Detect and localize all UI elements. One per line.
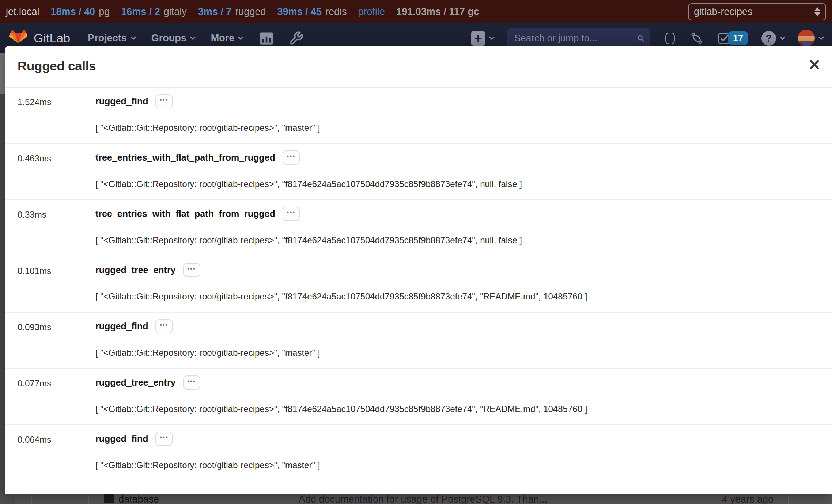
call-name: rugged_tree_entry: [95, 265, 176, 275]
nav-item-more-label: More: [211, 33, 235, 44]
nav-item-more[interactable]: More: [211, 33, 243, 44]
chevron-down-icon: [238, 34, 244, 40]
ellipsis-icon: •••: [160, 321, 169, 329]
close-button[interactable]: [806, 57, 822, 73]
call-args: [ "<Gitlab::Git::Repository: root/gitlab…: [95, 123, 320, 133]
call-name: tree_entries_with_flat_path_from_rugged: [95, 209, 275, 219]
backtrace-more-button[interactable]: •••: [183, 375, 200, 390]
admin-wrench-icon[interactable]: [289, 31, 303, 46]
nav-item-projects-label: Projects: [88, 33, 127, 44]
chevron-down-icon: [190, 34, 196, 40]
call-duration: 0.101ms: [18, 266, 51, 276]
project-selector-value: gitlab-recipes: [694, 6, 753, 18]
nav-item-groups-label: Groups: [151, 33, 186, 44]
file-row-name: database: [118, 494, 159, 504]
backtrace-more-button[interactable]: •••: [283, 150, 300, 165]
backtrace-more-button[interactable]: •••: [155, 94, 173, 108]
ellipsis-icon: •••: [160, 96, 169, 104]
backtrace-more-button[interactable]: •••: [283, 207, 300, 221]
rugged-call-row: 0.33ms tree_entries_with_flat_path_from_…: [5, 200, 832, 256]
rugged-call-row: 0.463ms tree_entries_with_flat_path_from…: [5, 144, 832, 200]
project-selector[interactable]: gitlab-recipes: [688, 3, 826, 20]
chevron-down-icon: [489, 34, 495, 40]
ellipsis-icon: •••: [287, 153, 295, 160]
chevron-down-icon: [780, 34, 786, 40]
gitlab-tanuki-logo-icon[interactable]: [9, 30, 28, 47]
dimmed-sidebar-segment: [0, 494, 15, 504]
select-arrows-icon: [814, 7, 820, 16]
merge-request-icon[interactable]: [690, 31, 704, 46]
perf-metric-pg[interactable]: 18ms / 40 pg: [51, 6, 110, 18]
profile-link[interactable]: profile: [358, 6, 385, 18]
modal-header: Rugged calls: [5, 46, 832, 88]
help-question-icon: ?: [761, 31, 776, 46]
rugged-call-row: 1.524ms rugged_find ••• [ "<Gitlab::Git:…: [5, 88, 832, 144]
call-args: [ "<Gitlab::Git::Repository: root/gitlab…: [95, 235, 522, 245]
gitlab-wordmark[interactable]: GitLab: [34, 31, 70, 45]
ellipsis-icon: •••: [187, 378, 196, 385]
call-name: tree_entries_with_flat_path_from_rugged: [95, 152, 275, 163]
rugged-call-row: 0.101ms rugged_tree_entry ••• [ "<Gitlab…: [5, 256, 832, 313]
dimmed-sidebar-header: [0, 53, 5, 94]
file-row-commit-message: Add documentation for usage of PostgreSQ…: [299, 494, 547, 504]
call-name: rugged_find: [95, 96, 148, 107]
rugged-call-row: 0.077ms rugged_tree_entry ••• [ "<Gitlab…: [5, 369, 832, 425]
rugged-call-row: 0.064ms rugged_find ••• [ "<Gitlab::Git:…: [5, 425, 832, 481]
issues-capsule-icon[interactable]: [663, 31, 677, 46]
ellipsis-icon: •••: [160, 434, 169, 441]
new-menu-button[interactable]: +: [471, 31, 494, 46]
dimmed-sidebar: [0, 94, 5, 504]
call-args: [ "<Gitlab::Git::Repository: root/gitlab…: [95, 348, 320, 358]
backtrace-more-button[interactable]: •••: [183, 263, 200, 277]
backtrace-more-button[interactable]: •••: [155, 432, 173, 446]
search-icon: [637, 33, 644, 44]
file-row-updated: 4 years ago: [722, 494, 774, 504]
perf-metric-rugged-label: rugged: [235, 6, 266, 18]
dimmed-file-table-row: database Add documentation for usage of …: [89, 494, 789, 504]
call-duration: 0.093ms: [18, 322, 51, 332]
screen: jet.local 18ms / 40 pg 16ms / 2 gitaly 3…: [0, 0, 832, 504]
dimmed-sidebar-segment: [15, 494, 32, 504]
todo-count-badge: 17: [728, 31, 748, 45]
dimmed-page-row: database Add documentation for usage of …: [0, 494, 832, 504]
rugged-call-row: 0.093ms rugged_find ••• [ "<Gitlab::Git:…: [5, 313, 832, 369]
ellipsis-icon: •••: [287, 209, 295, 216]
call-args: [ "<Gitlab::Git::Repository: root/gitlab…: [95, 291, 587, 302]
perf-metric-rugged[interactable]: 3ms / 7 rugged: [198, 6, 266, 18]
call-args: [ "<Gitlab::Git::Repository: root/gitlab…: [95, 460, 320, 470]
chevron-down-icon: [818, 34, 824, 40]
perf-metric-redis[interactable]: 39ms / 45 redis: [277, 6, 347, 18]
perf-metric-redis-label: redis: [325, 6, 347, 18]
call-name: rugged_tree_entry: [95, 377, 176, 388]
call-duration: 0.33ms: [18, 210, 46, 220]
backtrace-more-button[interactable]: •••: [155, 319, 173, 333]
perf-host: jet.local: [6, 6, 39, 18]
call-name: rugged_find: [95, 321, 148, 332]
nav-item-groups[interactable]: Groups: [151, 33, 195, 44]
call-args: [ "<Gitlab::Git::Repository: root/gitlab…: [95, 404, 587, 414]
call-duration: 0.064ms: [18, 435, 51, 445]
perf-metric-pg-value[interactable]: 18ms / 40: [51, 6, 95, 18]
call-duration: 0.077ms: [18, 378, 51, 389]
dimmed-page-segment: [32, 494, 89, 504]
todos-button[interactable]: 17: [717, 31, 748, 45]
call-duration: 0.463ms: [18, 153, 51, 164]
nav-item-projects[interactable]: Projects: [88, 33, 135, 44]
rugged-calls-list: 1.524ms rugged_find ••• [ "<Gitlab::Git:…: [5, 88, 832, 481]
help-menu-button[interactable]: ?: [761, 31, 784, 46]
dimmed-page-segment: [789, 494, 832, 504]
call-duration: 1.524ms: [18, 97, 51, 107]
perf-metric-gitaly-label: gitaly: [164, 6, 187, 18]
analytics-chart-icon[interactable]: [259, 31, 274, 46]
ellipsis-icon: •••: [187, 265, 196, 272]
avatar: [798, 30, 815, 47]
perf-metric-gitaly[interactable]: 16ms / 2 gitaly: [121, 6, 187, 18]
perf-metric-redis-value[interactable]: 39ms / 45: [277, 6, 322, 18]
perf-metric-gitaly-value[interactable]: 16ms / 2: [121, 6, 160, 18]
perf-metric-rugged-value[interactable]: 3ms / 7: [198, 6, 232, 18]
search-input[interactable]: [514, 33, 637, 44]
user-menu-button[interactable]: [798, 30, 823, 47]
global-search[interactable]: [507, 28, 650, 48]
call-name: rugged_find: [95, 434, 148, 444]
perf-metric-pg-label: pg: [99, 6, 110, 18]
